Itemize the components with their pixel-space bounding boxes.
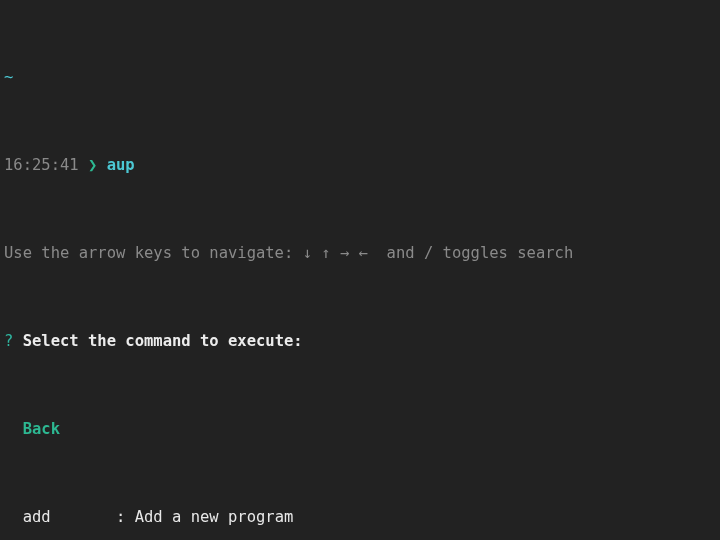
menu-item-back[interactable]: Back — [0, 418, 720, 440]
cwd-tilde: ~ — [4, 68, 13, 86]
terminal-output[interactable]: ~ 16:25:41 ❯ aup Use the arrow keys to n… — [0, 0, 720, 540]
question-mark-icon: ? — [4, 332, 13, 350]
menu-item-desc: Add a new program — [135, 508, 294, 526]
nav-hint: Use the arrow keys to navigate: ↓ ↑ → ← … — [0, 242, 720, 264]
prompt-time: 16:25:41 — [4, 156, 79, 174]
menu-item-name: add — [23, 508, 116, 526]
question-line: ? Select the command to execute: — [0, 330, 720, 352]
prompt-line: 16:25:41 ❯ aup — [0, 154, 720, 176]
typed-command: aup — [107, 156, 135, 174]
prompt-chevron-icon: ❯ — [88, 156, 97, 174]
arrow-keys-icon: ↓ ↑ → ← — [303, 244, 368, 262]
menu-item-add[interactable]: add : Add a new program — [0, 506, 720, 528]
menu-item-label: Back — [23, 420, 60, 438]
